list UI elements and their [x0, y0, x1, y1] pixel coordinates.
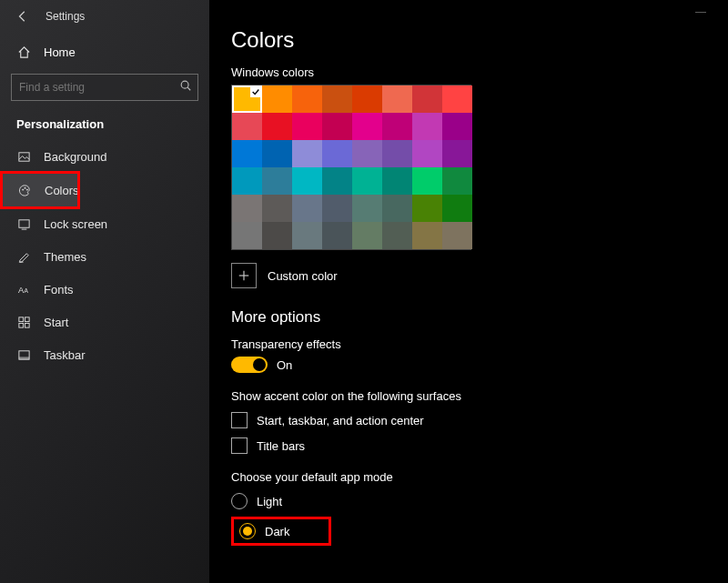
sidebar-item-label: Themes: [44, 250, 86, 264]
custom-color-button[interactable]: [231, 263, 257, 288]
custom-color-label: Custom color: [268, 269, 338, 283]
accent-surfaces-label: Show accent color on the following surfa…: [231, 389, 706, 403]
color-swatch[interactable]: [352, 195, 382, 222]
color-swatch[interactable]: [412, 113, 442, 140]
color-swatch[interactable]: [412, 195, 442, 222]
color-swatch[interactable]: [322, 195, 352, 222]
color-swatch[interactable]: [262, 167, 292, 195]
app-mode-option-dark[interactable]: Dark: [231, 517, 331, 546]
themes-icon: [16, 250, 31, 264]
color-swatch[interactable]: [352, 140, 382, 167]
color-swatch[interactable]: [412, 140, 442, 167]
color-swatch[interactable]: [292, 167, 322, 195]
color-swatch[interactable]: [292, 85, 322, 113]
color-swatch[interactable]: [412, 222, 442, 249]
color-swatch[interactable]: [382, 195, 412, 222]
sidebar-item-taskbar[interactable]: Taskbar: [0, 338, 209, 371]
color-swatch[interactable]: [382, 140, 412, 167]
sidebar-home[interactable]: Home: [0, 36, 209, 68]
checkbox[interactable]: [231, 412, 248, 428]
radio[interactable]: [231, 493, 248, 509]
svg-point-4: [25, 186, 26, 188]
color-swatch[interactable]: [262, 222, 292, 249]
sidebar-item-label: Taskbar: [44, 348, 86, 362]
home-label: Home: [44, 45, 76, 59]
color-swatch[interactable]: [292, 113, 322, 140]
color-swatch[interactable]: [232, 140, 262, 167]
color-swatch[interactable]: [262, 140, 292, 167]
color-swatch[interactable]: [382, 167, 412, 195]
color-swatch[interactable]: [232, 85, 262, 113]
color-swatch[interactable]: [412, 85, 442, 113]
color-swatch[interactable]: [442, 195, 472, 222]
color-swatch[interactable]: [352, 167, 382, 195]
color-swatch[interactable]: [382, 113, 412, 140]
sidebar-item-label: Background: [44, 150, 106, 164]
sidebar-item-background[interactable]: Background: [0, 140, 209, 173]
sidebar-item-label: Colors: [45, 184, 79, 197]
color-swatch[interactable]: [382, 222, 412, 249]
sidebar-item-start[interactable]: Start: [0, 306, 209, 338]
color-swatch[interactable]: [442, 222, 472, 249]
color-swatch[interactable]: [352, 222, 382, 249]
color-swatch[interactable]: [262, 85, 292, 113]
check-icon: [250, 86, 261, 97]
color-swatch[interactable]: [292, 140, 322, 167]
radio[interactable]: [239, 523, 256, 539]
color-swatch[interactable]: [322, 140, 352, 167]
color-swatch[interactable]: [262, 195, 292, 222]
color-swatch[interactable]: [352, 85, 382, 113]
window-title: Settings: [46, 10, 85, 23]
app-mode-label: Choose your default app mode: [231, 470, 706, 484]
search-icon: [179, 79, 192, 95]
colors-icon: [18, 184, 32, 197]
color-swatch[interactable]: [352, 113, 382, 140]
checkbox[interactable]: [231, 437, 248, 454]
color-swatch[interactable]: [412, 167, 442, 195]
svg-point-0: [181, 81, 188, 88]
color-swatch[interactable]: [442, 167, 472, 195]
transparency-toggle[interactable]: [231, 357, 268, 373]
color-swatch[interactable]: [442, 140, 472, 167]
sidebar-item-label: Fonts: [44, 283, 74, 297]
search-field[interactable]: [19, 81, 179, 94]
search-input[interactable]: [11, 74, 198, 101]
sidebar-item-themes[interactable]: Themes: [0, 240, 209, 273]
color-swatch[interactable]: [382, 85, 412, 113]
start-icon: [16, 316, 31, 329]
back-icon[interactable]: [16, 9, 31, 24]
minimize-icon[interactable]: —: [695, 5, 706, 18]
checkbox-label: Start, taskbar, and action center: [257, 414, 424, 427]
color-swatch[interactable]: [232, 167, 262, 195]
content-pane: Colors Windows colors Custom color More …: [209, 0, 728, 583]
svg-rect-14: [25, 323, 29, 327]
app-mode-option-light[interactable]: Light: [231, 493, 706, 509]
lockscreen-icon: [16, 217, 31, 231]
sidebar-item-lock-screen[interactable]: Lock screen: [0, 207, 209, 240]
transparency-state: On: [277, 358, 292, 372]
svg-rect-12: [25, 317, 29, 321]
color-swatch[interactable]: [262, 113, 292, 140]
color-swatch[interactable]: [292, 222, 322, 249]
titlebar: Settings: [0, 5, 209, 36]
background-icon: [16, 150, 31, 164]
color-swatch[interactable]: [322, 167, 352, 195]
sidebar-item-colors[interactable]: Colors: [2, 173, 78, 207]
home-icon: [16, 45, 31, 59]
svg-rect-6: [18, 219, 28, 226]
taskbar-icon: [16, 348, 31, 362]
color-swatch[interactable]: [442, 85, 472, 113]
fonts-icon: AA: [16, 283, 31, 297]
color-swatch[interactable]: [232, 222, 262, 249]
color-swatch[interactable]: [322, 113, 352, 140]
color-swatch[interactable]: [322, 222, 352, 249]
more-options-heading: More options: [231, 308, 706, 327]
color-swatch[interactable]: [442, 113, 472, 140]
radio-label: Light: [257, 495, 282, 508]
color-swatch[interactable]: [232, 113, 262, 140]
color-swatch[interactable]: [232, 195, 262, 222]
color-swatch[interactable]: [292, 195, 322, 222]
color-swatch[interactable]: [322, 85, 352, 113]
sidebar-item-fonts[interactable]: AAFonts: [0, 273, 209, 306]
sidebar-item-label: Start: [44, 316, 68, 329]
